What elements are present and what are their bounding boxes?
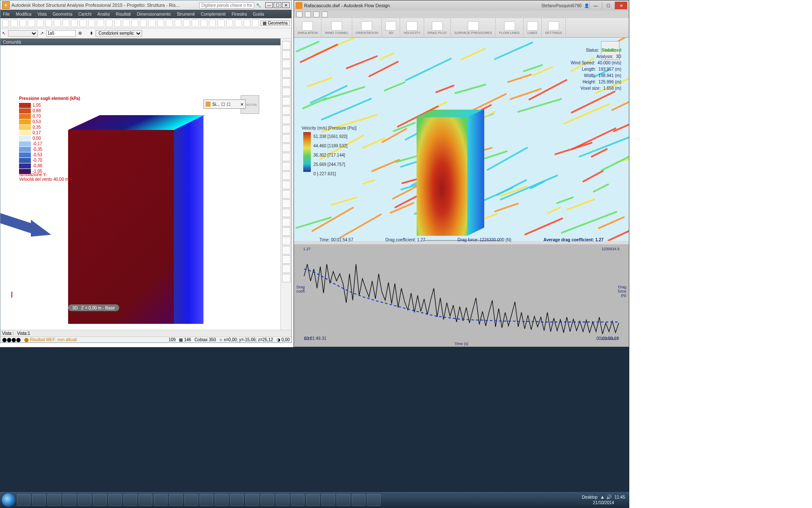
maximize-button[interactable]: ☐ (274, 2, 281, 8)
community-bar[interactable]: Comunità (0, 39, 291, 45)
taskbar-app[interactable] (169, 494, 183, 506)
taskbar-app[interactable] (245, 494, 259, 506)
toolbar-btn[interactable] (148, 19, 155, 27)
side-tool-btn[interactable] (282, 227, 291, 236)
side-tool-btn[interactable] (282, 60, 291, 68)
minimize-button[interactable]: — (265, 2, 273, 8)
help-search-input[interactable] (199, 2, 254, 8)
floating-toolbar[interactable]: Si... ☐ ☐ ✕ (203, 99, 246, 109)
side-tool-btn[interactable] (282, 88, 291, 96)
toolbar-btn[interactable] (37, 19, 44, 27)
toolbar-btn[interactable] (88, 19, 95, 27)
toolbar-btn[interactable] (28, 19, 35, 27)
taskbar-app[interactable] (261, 494, 274, 506)
ribbon-orientation[interactable]: ORIENTATION (352, 18, 382, 37)
side-tool-btn[interactable] (282, 41, 291, 50)
side-tool-btn[interactable] (282, 190, 291, 199)
flow-3d-viewport[interactable]: FRONT Status:StabilizedAnalysis:3DWind S… (294, 38, 629, 241)
toolbar-btn[interactable] (114, 19, 121, 27)
toolbar-btn[interactable] (132, 19, 138, 27)
ribbon-simulation[interactable]: SIMULATION (294, 18, 321, 37)
maximize-button[interactable]: ☐ (602, 2, 614, 9)
load-case-input[interactable] (46, 30, 76, 37)
float-close-icon[interactable]: ✕ (240, 102, 244, 107)
taskbar-app[interactable] (291, 494, 304, 506)
taskbar-app[interactable] (230, 494, 244, 506)
menu-guida[interactable]: Guida (253, 12, 264, 17)
toolbar-btn[interactable] (140, 19, 147, 27)
ribbon-flow-lines[interactable]: FLOW LINES (496, 18, 523, 37)
toolbar-btn[interactable] (19, 19, 26, 27)
user-name[interactable]: StefanoPasquini6790 (541, 3, 582, 8)
ribbon-3d[interactable]: 3D (382, 18, 400, 37)
loads-icon[interactable]: ⬍ (90, 31, 93, 36)
menu-file[interactable]: File (3, 12, 10, 17)
toolbar-btn[interactable] (80, 19, 86, 27)
toolbar-btn[interactable] (54, 19, 60, 27)
structure-model[interactable] (417, 110, 488, 241)
structure-model[interactable] (68, 115, 203, 324)
side-tool-btn[interactable] (282, 181, 291, 189)
float-btn-2[interactable]: ☐ (227, 102, 230, 107)
taskbar-app[interactable] (63, 494, 76, 506)
drag-chart[interactable] (294, 244, 629, 347)
start-button[interactable] (2, 493, 15, 507)
side-tool-btn[interactable] (282, 209, 291, 217)
toolbar-btn[interactable] (166, 19, 173, 27)
menu-dimensionamento[interactable]: Dimensionamento (137, 12, 171, 17)
side-tool-btn[interactable] (282, 106, 291, 115)
qat-btn[interactable] (322, 11, 328, 17)
side-tool-btn[interactable] (282, 153, 291, 161)
toolbar-btn[interactable] (200, 19, 207, 27)
side-tool-btn[interactable] (282, 274, 291, 282)
pointer-icon[interactable]: ↗ (40, 31, 44, 36)
taskbar-app[interactable] (139, 494, 152, 506)
menu-risultati[interactable]: Risultati (116, 12, 131, 17)
taskbar-app[interactable] (17, 494, 30, 506)
toolbar-btn[interactable] (244, 19, 250, 27)
menu-modifica[interactable]: Modifica (16, 12, 31, 17)
ribbon-lines[interactable]: LINES (524, 18, 542, 37)
flowdesign-titlebar[interactable]: Rafacascudo.dwf - Autodesk Flow Design S… (294, 0, 629, 11)
side-tool-btn[interactable] (282, 69, 291, 77)
taskbar-app[interactable] (32, 494, 46, 506)
taskbar-app[interactable] (215, 494, 228, 506)
side-tool-btn[interactable] (282, 144, 291, 152)
login-icon[interactable]: 👤 (584, 3, 589, 8)
menu-finestra[interactable]: Finestra (232, 12, 247, 17)
taskbar-app[interactable] (184, 494, 198, 506)
side-tool-btn[interactable] (282, 125, 291, 133)
toolbar-btn[interactable] (2, 19, 9, 27)
menu-carichi[interactable]: Carichi (78, 12, 91, 17)
taskbar-app[interactable] (306, 494, 320, 506)
side-tool-btn[interactable] (282, 50, 291, 59)
robot-titlebar[interactable]: R Autodesk Robot Structural Analysis Pro… (0, 0, 291, 10)
toolbar-btn[interactable] (45, 19, 52, 27)
toolbar-btn[interactable] (71, 19, 78, 27)
taskbar-app[interactable] (321, 494, 335, 506)
side-tool-btn[interactable] (282, 134, 291, 143)
taskbar-app[interactable] (93, 494, 107, 506)
side-tool-btn[interactable] (282, 97, 291, 105)
object-selector[interactable] (8, 30, 38, 37)
system-tray[interactable]: Desktop ▲ 🔊 11:4521/10/2014 (582, 494, 628, 505)
ribbon-velocity[interactable]: VELOCITY (400, 18, 424, 37)
qat-btn[interactable] (313, 11, 319, 17)
robot-3d-viewport[interactable]: Pressione sugli elementi (kPa) 1,050,880… (0, 45, 280, 324)
side-tool-btn[interactable] (282, 246, 291, 254)
menu-vista[interactable]: Vista (37, 12, 47, 17)
settings-icon[interactable]: ⚙ (78, 31, 82, 36)
side-tool-btn[interactable] (282, 218, 291, 226)
menu-strumenti[interactable]: Strumenti (177, 12, 195, 17)
side-tool-btn[interactable] (282, 116, 291, 124)
qat-btn[interactable] (305, 11, 311, 17)
combination-selector[interactable]: Condizioni semplici (96, 30, 142, 37)
view-info-bar[interactable]: 3DZ = 0,00 m - Base (68, 304, 119, 311)
toolbar-btn[interactable] (157, 19, 164, 27)
toolbar-btn[interactable] (192, 19, 198, 27)
menu-complementi[interactable]: Complementi (201, 12, 226, 17)
toolbar-btn[interactable] (235, 19, 241, 27)
toolbar-btn[interactable] (63, 19, 69, 27)
side-tool-btn[interactable] (282, 199, 291, 208)
taskbar-app[interactable] (123, 494, 137, 506)
